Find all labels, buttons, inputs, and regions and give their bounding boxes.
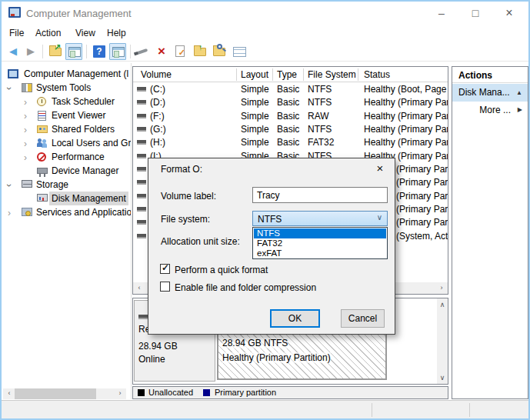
ok-button[interactable]: OK [270,309,320,328]
partition-status: Healthy (Primary Partition) [222,352,331,363]
forward-icon[interactable]: ▶ [22,43,39,60]
unallocated-swatch [138,389,145,396]
file-system-combobox[interactable]: NTFS ∨ [252,211,388,226]
check-document-icon[interactable]: ✓ [172,43,188,60]
disk-status: Online [138,354,165,365]
allocation-unit-size-label: Allocation unit size: [161,236,240,247]
tree-item-local-users[interactable]: › Local Users and Gro [3,136,131,150]
actions-header: Actions [452,67,528,83]
menu-view[interactable]: View [75,28,95,38]
actions-disk-management-group[interactable]: Disk Mana... ▲ [452,84,528,102]
tree-item-computer-management[interactable]: Computer Management (l [3,67,131,81]
storage-icon [22,180,32,188]
system-tools-icon [22,83,32,92]
tree-horizontal-scrollbar[interactable]: ‹ › [3,388,126,399]
dialog-close-icon[interactable]: × [373,162,387,175]
folder-search-icon[interactable] [211,43,228,60]
table-row[interactable]: (D:)SimpleBasicNTFSHealthy (Primary Part [133,96,448,109]
disk-size: 28.94 GB [138,341,178,352]
toolbar: ◀ ▶ ↗ ? × ✓ ↑ [2,42,528,62]
scroll-right-icon[interactable]: › [115,389,125,397]
console-tool-icon[interactable] [135,43,152,60]
volume-icon [137,100,146,105]
tree-item-task-scheduler[interactable]: › Task Scheduler [3,95,131,108]
chevron-collapsed-icon[interactable]: › [24,95,27,109]
scrollbar-thumb[interactable] [15,388,96,399]
column-file-system[interactable]: File System [308,69,356,80]
scroll-up-icon[interactable]: ∧ [438,301,447,308]
chevron-collapsed-icon[interactable]: › [24,151,27,165]
column-type[interactable]: Type [277,69,297,80]
column-status[interactable]: Status [364,69,390,80]
quick-format-label: Perform a quick format [175,265,268,275]
local-users-icon [37,138,48,148]
services-icon [22,208,32,216]
primary-partition-swatch [203,389,210,396]
chevron-expanded-icon[interactable]: › [3,87,16,90]
scroll-right-icon[interactable]: › [437,284,446,292]
dropdown-option-ntfs[interactable]: NTFS [254,228,386,238]
volume-icon [137,180,146,185]
minimize-button[interactable]: – [428,5,455,22]
tree-item-services[interactable]: › Services and Applicatio [3,205,131,219]
table-row[interactable]: (C:)SimpleBasicNTFSHealthy (Boot, Page F [133,83,448,96]
table-row[interactable]: (G:)SimpleBasicNTFSHealthy (Primary Part [133,123,448,136]
compression-checkbox[interactable] [160,282,170,292]
tree-item-event-viewer[interactable]: › Event Viewer [3,108,131,122]
scroll-left-icon[interactable]: ‹ [5,389,14,397]
tree-item-system-tools[interactable]: › System Tools [3,81,131,95]
submenu-arrow-icon[interactable]: ▶ [518,102,522,118]
delete-icon[interactable]: × [153,43,170,60]
menu-help[interactable]: Help [107,28,126,38]
actions-more-item[interactable]: More ... ▶ [452,102,528,118]
volume-label-input[interactable]: Tracy [252,187,388,203]
show-console-tree-icon[interactable] [65,43,82,60]
tree-item-disk-management[interactable]: Disk Management [3,192,131,205]
chevron-collapsed-icon[interactable]: › [24,137,27,151]
volume-icon [137,140,146,145]
actions-panel: Actions Disk Mana... ▲ More ... ▶ [452,66,528,399]
folder-export-icon[interactable]: ↑ [192,43,208,60]
scroll-down-icon[interactable]: ∨ [438,374,447,382]
table-row[interactable]: (F:)SimpleBasicRAWHealthy (Primary Part [133,110,448,123]
show-action-pane-icon[interactable] [109,43,126,60]
tree-item-performance[interactable]: › Performance [3,150,131,164]
legend-unallocated-label: Unallocated [148,388,193,397]
file-system-label: File system: [161,214,210,225]
title-bar: Computer Management – □ × [2,2,528,25]
dropdown-option-fat32[interactable]: FAT32 [254,238,386,248]
help-icon[interactable]: ? [91,43,108,60]
status-bar [2,400,528,418]
column-volume[interactable]: Volume [141,69,172,80]
computer-icon [8,69,18,78]
scroll-left-icon[interactable]: ‹ [135,284,144,292]
menu-action[interactable]: Action [35,28,61,38]
table-row[interactable]: (H:)SimpleBasicFAT32Healthy (Primary Par… [133,136,448,149]
chevron-collapsed-icon[interactable]: › [24,123,27,137]
quick-format-checkbox[interactable]: ✓ [160,264,170,274]
dropdown-option-exfat[interactable]: exFAT [254,248,386,258]
chevron-down-icon[interactable]: ∨ [377,213,382,222]
task-scheduler-icon [37,97,46,106]
chevron-collapsed-icon[interactable]: › [8,206,11,220]
tree-item-device-manager[interactable]: Device Manager [3,164,131,178]
collapse-icon[interactable]: ▲ [516,84,522,102]
combobox-value: NTFS [258,214,282,225]
graph-vertical-scrollbar[interactable]: ∧ ∨ [437,298,448,384]
maximize-button[interactable]: □ [462,5,488,22]
up-folder-icon[interactable]: ↗ [47,43,64,60]
dialog-title: Format O: [161,164,202,175]
menu-bar: File Action View Help [2,25,528,42]
tree-item-shared-folders[interactable]: › Shared Folders [3,122,131,136]
chevron-expanded-icon[interactable]: › [3,184,16,187]
details-view-icon[interactable] [231,43,248,60]
cancel-button[interactable]: Cancel [341,309,385,328]
menu-file[interactable]: File [9,28,24,38]
chevron-collapsed-icon[interactable]: › [24,109,27,123]
format-dialog: Format O: × Volume label: Tracy File sys… [148,158,395,335]
back-icon[interactable]: ◀ [5,43,22,60]
volume-icon [137,234,146,238]
tree-item-storage[interactable]: › Storage [3,178,131,192]
column-layout[interactable]: Layout [241,69,268,80]
close-button[interactable]: × [496,5,522,22]
